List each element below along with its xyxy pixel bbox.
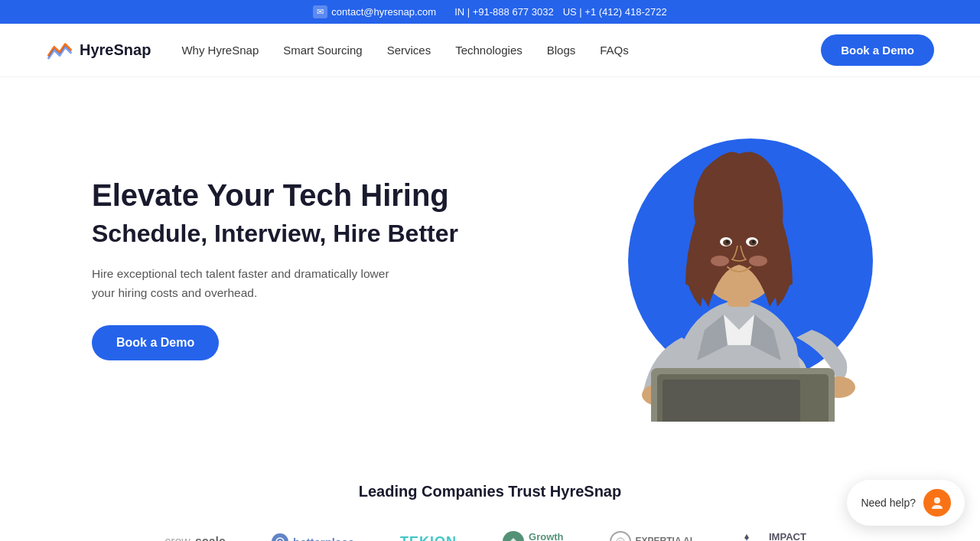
help-bubble[interactable]: Need help? (847, 480, 965, 526)
logo-link[interactable]: HyreSnap (46, 40, 151, 61)
nav-item-smart-sourcing[interactable]: Smart Sourcing (283, 44, 362, 57)
navbar: HyreSnap Why HyreSnap Smart Sourcing Ser… (0, 24, 980, 77)
svg-point-20 (934, 497, 940, 504)
svg-point-13 (726, 240, 729, 243)
tekion-logo: TEKION (400, 534, 457, 542)
phone-us: US | +1 (412) 418-2722 (563, 6, 667, 18)
logo-icon (46, 40, 73, 61)
svg-rect-6 (663, 380, 800, 422)
navbar-book-demo-button[interactable]: Book a Demo (821, 34, 934, 66)
expertia-icon (610, 531, 631, 541)
hero-title-sub: Schedule, Interview, Hire Better (92, 220, 458, 248)
betterplace-text: betterplace (293, 536, 354, 542)
hero-book-demo-button[interactable]: Book a Demo (92, 325, 219, 360)
nav-item-technologies[interactable]: Technologies (455, 44, 523, 57)
hero-image (567, 123, 888, 414)
nav-item-why-hyresnap[interactable]: Why HyreSnap (181, 44, 259, 57)
tekion-text: TEKION (400, 534, 457, 542)
crewscale-logo: crewscale (164, 535, 226, 541)
trusted-section: Leading Companies Trust HyreSnap crewsca… (0, 445, 980, 541)
crewscale-bold: scale (195, 535, 226, 541)
impact-icon (738, 532, 755, 541)
phone-in: IN | +91-888 677 3032 (454, 6, 554, 18)
svg-point-15 (711, 256, 729, 266)
svg-point-16 (749, 256, 767, 266)
growth-text: Growth (529, 532, 564, 541)
hero-title-main: Elevate Your Tech Hiring (92, 177, 458, 213)
nav-links: Why HyreSnap Smart Sourcing Services Tec… (181, 44, 821, 57)
email-icon: ✉ (313, 5, 327, 18)
trusted-title: Leading Companies Trust HyreSnap (46, 483, 934, 500)
logo-text: HyreSnap (80, 41, 151, 59)
help-label: Need help? (861, 497, 916, 509)
hero-content: Elevate Your Tech Hiring Schedule, Inter… (92, 177, 458, 361)
nav-item-services[interactable]: Services (387, 44, 431, 57)
expertia-ai-logo: EXPERTIA AI (610, 531, 692, 541)
impact-analytics-logo: IMPACT ANALYTICS (738, 532, 816, 541)
trusted-logos: crewscale betterplace TEKION Growth Scho… (46, 531, 934, 541)
betterplace-logo: betterplace (272, 533, 354, 541)
growth-school-icon (503, 531, 524, 541)
email-address: contact@hyresnap.com (331, 6, 436, 18)
nav-item-blogs[interactable]: Blogs (547, 44, 576, 57)
help-avatar (923, 489, 951, 517)
expertia-text: EXPERTIA AI (636, 536, 692, 541)
top-bar: ✉ contact@hyresnap.com IN | +91-888 677 … (0, 0, 980, 24)
impact-text: IMPACT (760, 532, 816, 541)
crewscale-text: crew (164, 535, 190, 541)
hero-person-image (575, 131, 881, 422)
growth-school-logo: Growth School (503, 531, 564, 541)
nav-item-faqs[interactable]: FAQs (600, 44, 629, 57)
hero-section: Elevate Your Tech Hiring Schedule, Inter… (0, 77, 980, 445)
hero-description: Hire exceptional tech talent faster and … (92, 265, 398, 303)
svg-point-14 (752, 240, 755, 243)
betterplace-icon (272, 533, 288, 541)
email-contact[interactable]: ✉ contact@hyresnap.com (313, 5, 436, 18)
